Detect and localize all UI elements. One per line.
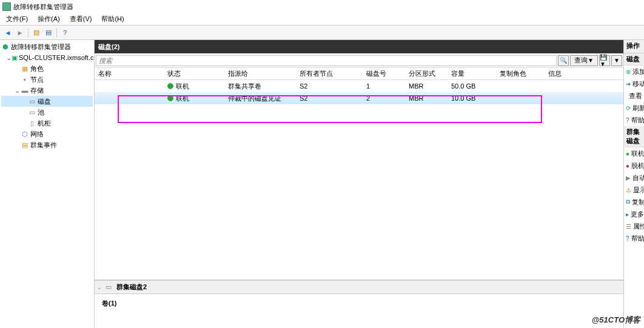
tree-networks[interactable]: ⬡ 网络 [1,129,93,139]
detail-panel: ⌄ ▭ 群集磁盘2 卷(1) [95,279,623,328]
tree-label: 角色 [30,64,44,73]
cell-info [545,92,623,104]
titlebar: 故障转移群集管理器 [0,0,644,13]
actions-panel: 操作 磁盘 ⊕添加磁盘 ➜移动可用存储 查看 ⟳刷新 ?帮助 群集磁盘 ●联机 … [623,40,644,328]
tree-label: 磁盘 [38,97,51,106]
roles-icon: ▦ [21,64,29,73]
tree-root[interactable]: ⬢ 故障转移群集管理器 [1,41,93,52]
help-button[interactable]: ? [59,27,70,38]
tree-events[interactable]: ▤ 群集事件 [1,139,93,150]
search-bar: 🔍 查询 ▼ 💾 ▼ ▼ [95,53,623,68]
more-icon: ▸ [626,210,629,218]
col-info[interactable]: 信息 [545,68,623,79]
query-button[interactable]: 查询 ▼ [570,55,598,66]
list-button[interactable]: ▤ [43,27,54,38]
col-capacity[interactable]: 容量 [448,68,496,79]
action-help[interactable]: ?帮助 [624,114,644,126]
add-disk-icon: ⊕ [626,67,631,76]
cell-owner: S2 [296,80,363,92]
cell-owner: S2 [296,92,363,104]
col-status[interactable]: 状态 [164,68,224,79]
dropdown-button[interactable]: ▼ [611,55,622,66]
forward-button[interactable]: ► [15,27,25,38]
tree-storage[interactable]: ⌄ ▬ 存储 [1,85,93,96]
tree-cabinets[interactable]: ▯ 机柜 [1,118,93,129]
cluster-manager-icon: ⬢ [1,42,10,51]
tree-cluster[interactable]: ⌄ ▣ SQL-CLUSTER.ixmsoft.com [1,52,93,63]
nodes-icon: ▪ [21,75,29,84]
menu-file[interactable]: 文件(F) [2,13,32,25]
volumes-label: 卷(1) [102,300,116,307]
action-online[interactable]: ●联机 [624,147,644,159]
move-icon: ➜ [626,79,631,88]
storage-icon: ▬ [21,86,29,95]
action-add-disk[interactable]: ⊕添加磁盘 [624,65,644,78]
action-view[interactable]: 查看 [624,90,644,102]
action-refresh[interactable]: ⟳刷新 [624,102,644,114]
action-properties[interactable]: ☰属性 [624,220,644,232]
online-icon: ● [626,149,629,158]
back-button[interactable]: ◄ [2,27,13,38]
view-icon [626,92,627,100]
copy-icon: ⧉ [626,198,630,206]
autostart-icon: ▶ [626,173,631,182]
menu-view[interactable]: 查看(V) [66,13,96,25]
action-autostart[interactable]: ▶自动启动 [624,172,644,184]
cell-status: 联机 [164,80,224,92]
collapse-icon[interactable]: ⌄ [6,54,12,62]
detail-title: 群集磁盘2 [116,283,147,292]
action-help2[interactable]: ?帮助 [624,232,644,244]
tree-pools[interactable]: ▭ 池 [1,107,93,118]
table-row[interactable]: 联机 仲裁中的磁盘见证 S2 2 MBR 10.0 GB [95,92,623,104]
separator [56,28,57,38]
cell-name [95,80,164,92]
main-area: ⬢ 故障转移群集管理器 ⌄ ▣ SQL-CLUSTER.ixmsoft.com … [0,40,644,328]
tree-disks[interactable]: ▭ 磁盘 [1,96,93,107]
tree-roles[interactable]: ▦ 角色 [1,63,93,74]
cell-assigned: 仲裁中的磁盘见证 [224,92,296,104]
tree-label: 网络 [30,130,44,139]
tree-label: SQL-CLUSTER.ixmsoft.com [19,54,95,61]
cell-status: 联机 [164,92,224,104]
cell-disknum: 2 [363,92,405,104]
col-role[interactable]: 复制角色 [496,68,545,79]
col-name[interactable]: 名称 [95,68,164,79]
col-disknum[interactable]: 磁盘号 [363,68,405,79]
cell-disknum: 1 [363,80,405,92]
col-assigned[interactable]: 指派给 [224,68,296,79]
collapse-icon[interactable]: ⌄ [13,87,21,95]
online-icon [167,95,173,101]
cell-partition: MBR [405,80,448,92]
tree-panel: ⬢ 故障转移群集管理器 ⌄ ▣ SQL-CLUSTER.ixmsoft.com … [0,40,95,328]
tree-label: 机柜 [38,119,51,128]
actions-subheader2: 群集磁盘 [624,126,644,147]
table-row[interactable]: 联机 群集共享卷 S2 1 MBR 50.0 GB [95,80,623,92]
col-partition[interactable]: 分区形式 [405,68,448,79]
action-offline[interactable]: ●脱机 [624,159,644,172]
grid: 名称 状态 指派给 所有者节点 磁盘号 分区形式 容量 复制角色 信息 联机 群… [95,68,623,279]
actions-header: 操作 [624,40,644,53]
action-copy[interactable]: ⧉复制 [624,196,644,208]
cell-info [545,80,623,92]
tree-nodes[interactable]: ▪ 节点 [1,74,93,85]
menu-help[interactable]: 帮助(H) [98,13,127,25]
watermark: @51CTO博客 [592,315,640,326]
search-button[interactable]: 🔍 [558,55,569,66]
properties-button[interactable]: ▧ [31,27,42,38]
cell-name [95,92,164,104]
help-icon: ? [626,234,629,243]
tree-label: 故障转移群集管理器 [11,42,71,52]
action-move-storage[interactable]: ➜移动可用存储 [624,78,644,90]
col-owner[interactable]: 所有者节点 [296,68,363,79]
detail-header[interactable]: ⌄ ▭ 群集磁盘2 [95,281,623,294]
disk-icon: ▭ [28,97,36,105]
cell-role [496,80,545,92]
center-panel: 磁盘(2) 🔍 查询 ▼ 💾 ▼ ▼ 名称 状态 指派给 所有者节点 磁盘号 分… [95,40,623,328]
menu-action[interactable]: 操作(A) [34,13,64,25]
search-input[interactable] [96,55,557,66]
chevron-down-icon: ⌄ [97,284,102,290]
action-critical-events[interactable]: ⚠显示严重事件 [624,184,644,196]
action-more[interactable]: ▸更多操作 [624,208,644,220]
toolbar: ◄ ► ▧ ▤ ? [0,25,644,40]
save-button[interactable]: 💾 ▼ [599,55,610,66]
